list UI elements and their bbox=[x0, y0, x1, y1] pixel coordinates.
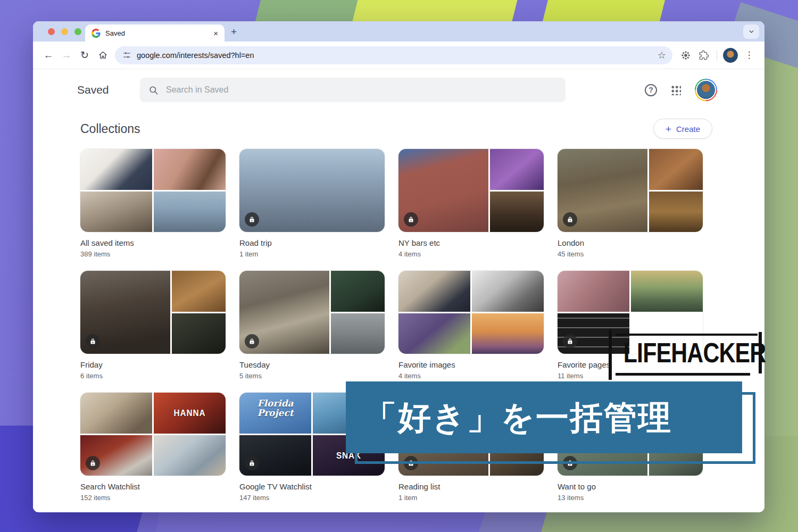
thumbnail-image bbox=[472, 313, 544, 354]
collection-thumbnail-collage[interactable] bbox=[80, 149, 226, 232]
collection-title[interactable]: Reading list bbox=[398, 482, 544, 491]
browser-menu-kebab-icon[interactable]: ⋮ bbox=[740, 46, 758, 64]
avatar bbox=[696, 80, 716, 100]
collection-thumbnail-collage[interactable] bbox=[239, 271, 385, 354]
collection-item-count: 4 items bbox=[398, 372, 544, 380]
search-placeholder: Search in Saved bbox=[166, 85, 228, 95]
collection-title[interactable]: All saved items bbox=[80, 238, 226, 247]
collection-card[interactable]: Favorite images4 items bbox=[398, 271, 544, 380]
collection-card[interactable]: Tuesday5 items bbox=[239, 271, 385, 380]
collection-card[interactable]: London45 items bbox=[558, 149, 703, 258]
private-lock-icon bbox=[245, 456, 259, 470]
thumbnail-image bbox=[80, 192, 152, 232]
thumbnail-image bbox=[331, 271, 385, 312]
thumbnail-image bbox=[172, 271, 226, 312]
lifehacker-logo: LIFEHACKER bbox=[606, 333, 762, 377]
toolbar-divider bbox=[717, 50, 717, 61]
plus-icon: + bbox=[666, 124, 671, 134]
headline-banner: 「好き」を一括管理 bbox=[346, 381, 742, 453]
help-icon[interactable]: ? bbox=[645, 84, 657, 96]
collection-card[interactable]: NY bars etc4 items bbox=[398, 149, 544, 258]
collections-heading: Collections bbox=[80, 122, 140, 136]
page-header: Saved Search in Saved ? bbox=[80, 69, 717, 111]
collection-thumbnail-collage[interactable] bbox=[398, 149, 544, 232]
private-lock-icon bbox=[86, 334, 100, 348]
thumbnail-image bbox=[80, 149, 152, 190]
collection-item-count: 1 item bbox=[398, 494, 544, 502]
collection-item-count: 152 items bbox=[80, 494, 226, 502]
private-lock-icon bbox=[404, 212, 418, 227]
thumbnail-image bbox=[331, 313, 385, 354]
google-apps-grid-icon[interactable] bbox=[671, 85, 681, 95]
reload-button[interactable]: ↻ bbox=[76, 46, 94, 64]
new-tab-button[interactable]: + bbox=[231, 27, 237, 37]
browser-tab-saved[interactable]: Saved × bbox=[85, 24, 225, 41]
collection-item-count: 5 items bbox=[239, 372, 385, 380]
collection-title[interactable]: Favorite images bbox=[398, 360, 544, 369]
collection-title[interactable]: Google TV Watchlist bbox=[239, 482, 385, 491]
logo-bottom-rule bbox=[616, 373, 750, 376]
thumbnail-image bbox=[631, 271, 703, 312]
maximize-window-button[interactable] bbox=[74, 28, 81, 35]
logo-text: LIFEHACKER bbox=[624, 337, 745, 370]
collection-title[interactable]: NY bars etc bbox=[398, 238, 544, 247]
search-input[interactable]: Search in Saved bbox=[140, 78, 566, 102]
headline-text: 「好き」を一括管理 bbox=[364, 395, 672, 440]
desktop: Saved × + ← → ↻ google.com/interests/sav… bbox=[0, 0, 798, 532]
thumbnail-image bbox=[80, 393, 152, 434]
thumbnail-image bbox=[398, 271, 470, 312]
back-button[interactable]: ← bbox=[39, 46, 57, 64]
collection-thumbnail-collage[interactable]: HANNA bbox=[80, 393, 226, 476]
minimize-window-button[interactable] bbox=[61, 28, 68, 35]
collection-title[interactable]: Road trip bbox=[239, 238, 385, 247]
collection-thumbnail-collage[interactable] bbox=[80, 271, 226, 354]
collection-title[interactable]: Search Watchlist bbox=[80, 482, 226, 491]
thumbnail-image bbox=[472, 271, 544, 312]
tab-search-chevron-icon[interactable] bbox=[743, 24, 759, 39]
collection-title[interactable]: London bbox=[558, 238, 703, 247]
browser-profile-avatar[interactable] bbox=[723, 48, 738, 63]
collection-thumbnail-collage[interactable] bbox=[239, 149, 385, 232]
url-text[interactable]: google.com/interests/saved?hl=en bbox=[137, 51, 652, 60]
search-icon bbox=[148, 85, 159, 95]
collection-card[interactable]: HANNASearch Watchlist152 items bbox=[80, 393, 226, 502]
address-bar[interactable]: google.com/interests/saved?hl=en ☆ bbox=[115, 46, 672, 64]
collection-item-count: 147 items bbox=[239, 494, 385, 502]
forward-button[interactable]: → bbox=[57, 46, 76, 64]
tab-close-icon[interactable]: × bbox=[213, 29, 218, 38]
collection-thumbnail-collage[interactable] bbox=[398, 271, 544, 354]
close-window-button[interactable] bbox=[48, 28, 55, 35]
collection-title[interactable]: Tuesday bbox=[239, 360, 385, 369]
collection-item-count: 45 items bbox=[558, 250, 703, 258]
gear-icon[interactable] bbox=[677, 46, 695, 64]
collection-thumbnail-collage[interactable] bbox=[558, 149, 703, 232]
account-avatar[interactable] bbox=[695, 79, 717, 101]
collection-card[interactable]: Friday6 items bbox=[80, 271, 226, 380]
thumbnail-caption: HANNA bbox=[157, 408, 222, 419]
browser-toolbar: ← → ↻ google.com/interests/saved?hl=en ☆ bbox=[33, 41, 764, 69]
thumbnail-image bbox=[649, 149, 703, 190]
thumbnail-image bbox=[490, 192, 544, 232]
collection-card[interactable]: All saved items389 items bbox=[80, 149, 226, 258]
collection-item-count: 1 item bbox=[239, 250, 385, 258]
thumbnail-image: FloridaProject bbox=[239, 393, 311, 434]
collection-title[interactable]: Friday bbox=[80, 360, 226, 369]
collection-title[interactable]: Want to go bbox=[558, 482, 703, 491]
collection-card[interactable]: Road trip1 item bbox=[239, 149, 385, 258]
logo-top-rule bbox=[616, 334, 758, 336]
thumbnail-image bbox=[172, 313, 226, 354]
thumbnail-image bbox=[649, 192, 703, 232]
private-lock-icon bbox=[563, 212, 577, 227]
thumbnail-image bbox=[154, 192, 226, 232]
thumbnail-image bbox=[154, 149, 226, 190]
thumbnail-image bbox=[154, 435, 226, 476]
site-settings-icon[interactable] bbox=[122, 51, 131, 60]
thumbnail-image bbox=[558, 271, 629, 312]
logo-left-bar bbox=[609, 329, 612, 380]
create-button-label: Create bbox=[676, 124, 700, 134]
create-button[interactable]: + Create bbox=[653, 119, 712, 139]
home-button[interactable] bbox=[94, 46, 112, 64]
bookmark-star-icon[interactable]: ☆ bbox=[658, 49, 669, 61]
collection-item-count: 4 items bbox=[398, 250, 544, 258]
extensions-puzzle-icon[interactable] bbox=[695, 46, 713, 64]
